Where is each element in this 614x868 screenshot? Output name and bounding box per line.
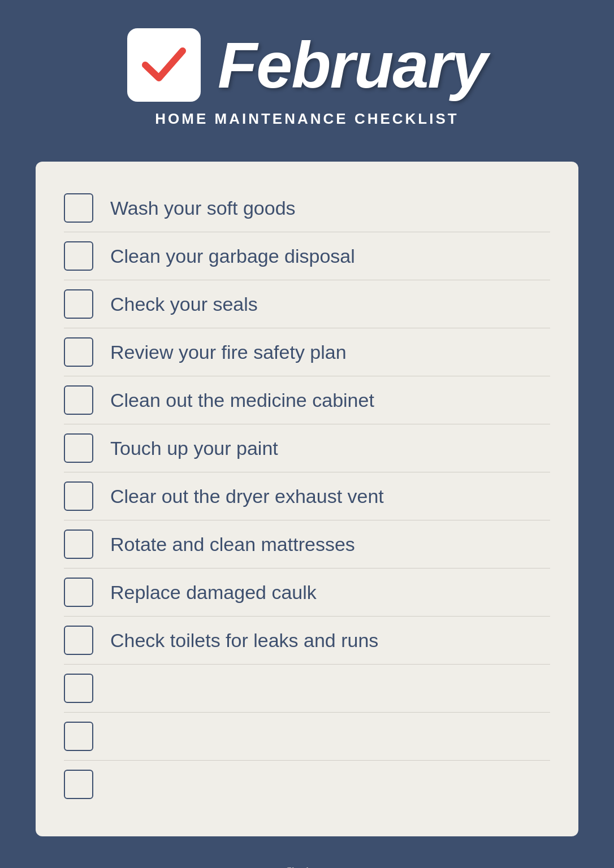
item-label: Check toilets for leaks and runs	[110, 628, 378, 653]
checklist-container: Wash your soft goodsClean your garbage d…	[64, 184, 550, 808]
checkbox[interactable]	[64, 241, 93, 271]
item-label	[110, 724, 115, 749]
page-subtitle: Home Maintenance Checklist	[155, 110, 459, 128]
page-header: February Home Maintenance Checklist	[0, 0, 614, 162]
checkbox[interactable]	[64, 626, 93, 655]
checkbox[interactable]	[64, 722, 93, 751]
list-item: Check toilets for leaks and runs	[64, 617, 550, 665]
item-label: Check your seals	[110, 292, 258, 316]
month-title: February	[218, 33, 487, 98]
list-item: Clear out the dryer exhaust vent	[64, 472, 550, 520]
checkbox[interactable]	[64, 770, 93, 799]
header-checkbox-icon	[127, 28, 201, 102]
checkbox[interactable]	[64, 385, 93, 415]
item-label: Clean out the medicine cabinet	[110, 388, 374, 413]
list-item	[64, 761, 550, 808]
list-item: Clean your garbage disposal	[64, 232, 550, 280]
list-item: Replace damaged caulk	[64, 568, 550, 617]
list-item: Touch up your paint	[64, 424, 550, 472]
item-label: Touch up your paint	[110, 436, 278, 461]
checkbox[interactable]	[64, 337, 93, 367]
list-item: Check your seals	[64, 280, 550, 328]
list-item: Clean out the medicine cabinet	[64, 376, 550, 424]
title-row: February	[127, 28, 487, 102]
item-label: Clean your garbage disposal	[110, 244, 355, 268]
item-label: Review your fire safety plan	[110, 340, 347, 364]
item-label	[110, 772, 115, 797]
list-item: Rotate and clean mattresses	[64, 520, 550, 568]
list-item	[64, 665, 550, 713]
checkbox[interactable]	[64, 289, 93, 319]
item-label: Clear out the dryer exhaust vent	[110, 484, 384, 509]
checklist-card: Wash your soft goodsClean your garbage d…	[36, 162, 578, 836]
list-item: Wash your soft goods	[64, 184, 550, 232]
footer: Charleston Crafted	[284, 865, 330, 868]
brand-name: Charleston Crafted	[284, 865, 330, 868]
checkbox[interactable]	[64, 578, 93, 607]
item-label: Rotate and clean mattresses	[110, 532, 355, 557]
checkbox[interactable]	[64, 433, 93, 463]
item-label: Wash your soft goods	[110, 196, 296, 220]
checkbox[interactable]	[64, 481, 93, 511]
list-item	[64, 713, 550, 761]
checkbox[interactable]	[64, 530, 93, 559]
checkbox[interactable]	[64, 674, 93, 703]
list-item: Review your fire safety plan	[64, 328, 550, 376]
item-label: Replace damaged caulk	[110, 580, 317, 605]
item-label	[110, 676, 115, 701]
checkbox[interactable]	[64, 193, 93, 223]
